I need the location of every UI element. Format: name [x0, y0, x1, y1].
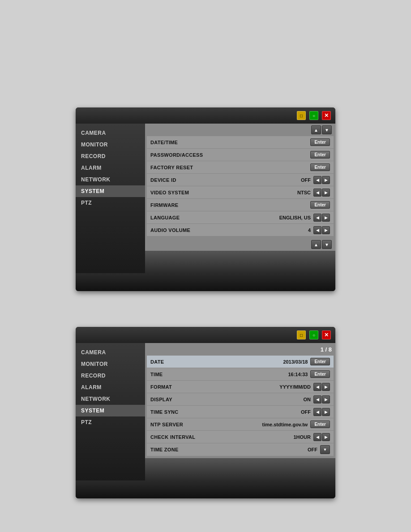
right-button[interactable]: ▶	[322, 383, 330, 391]
lr-buttons: ◀ ▶	[313, 176, 330, 184]
row-label: FORMAT	[150, 384, 279, 390]
sidebar-item-network-2[interactable]: NETWORK	[76, 393, 145, 405]
page-number: 1 / 8	[321, 346, 332, 353]
settings-table-2: DATE 2013/03/18 Enter TIME 16:14:33 Ente…	[145, 356, 335, 458]
row-value: 16:14:33	[288, 372, 308, 377]
right-button[interactable]: ▶	[322, 395, 330, 403]
table-row: AUDIO VOLUME 4 ◀ ▶	[147, 224, 334, 236]
sidebar-item-record-2[interactable]: RECORD	[76, 370, 145, 382]
nav-up-button-1[interactable]: ▲	[311, 125, 321, 134]
sidebar-item-ptz-2[interactable]: PTZ	[76, 416, 145, 428]
nav-arrows-bottom-1: ▲ ▼	[311, 240, 332, 249]
enter-button[interactable]: Enter	[310, 151, 330, 159]
row-value: OFF	[301, 177, 311, 183]
enter-button[interactable]: Enter	[310, 420, 330, 428]
enter-button[interactable]: Enter	[310, 201, 330, 209]
row-label: VIDEO SYSTEM	[150, 190, 297, 195]
row-value: 1HOUR	[293, 434, 311, 440]
table-row: PASSWORD/ACCESS Enter	[147, 149, 334, 161]
sidebar-item-system-1[interactable]: SYSTEM	[76, 185, 145, 197]
table-row: FORMAT YYYY/MM/DD ◀ ▶	[147, 381, 334, 393]
table-row: TIME ZONE OFF ▼	[147, 443, 334, 456]
enter-button[interactable]: Enter	[310, 370, 330, 378]
content-footer-nav-1: ▲ ▼	[145, 238, 335, 251]
row-value: ON	[304, 397, 311, 402]
panel-body-1: CAMERA MONITOR RECORD ALARM NETWORK SYST…	[76, 124, 335, 273]
row-label: DISPLAY	[150, 397, 304, 402]
table-row: CHECK INTERVAL 1HOUR ◀ ▶	[147, 431, 334, 443]
lr-buttons: ◀ ▶	[313, 226, 330, 234]
table-row: FACTORY RESET Enter	[147, 161, 334, 174]
table-row: DEVICE ID OFF ◀ ▶	[147, 174, 334, 186]
row-label: PASSWORD/ACCESS	[150, 152, 310, 158]
sidebar-item-monitor-2[interactable]: MONITOR	[76, 358, 145, 370]
row-label: DEVICE ID	[150, 177, 301, 183]
row-label: FACTORY RESET	[150, 165, 310, 170]
dropdown-button[interactable]: ▼	[320, 445, 330, 454]
table-row: VIDEO SYSTEM NTSC ◀ ▶	[147, 186, 334, 199]
row-value: OFF	[308, 447, 317, 452]
row-value: ENGLISH, US	[279, 215, 311, 220]
nav-up-bottom-button-1[interactable]: ▲	[311, 240, 321, 249]
content-footer-bg-2	[145, 458, 335, 481]
sidebar-item-record-1[interactable]: RECORD	[76, 150, 145, 162]
enter-button[interactable]: Enter	[310, 138, 330, 146]
lr-buttons: ◀ ▶	[313, 408, 330, 416]
right-button[interactable]: ▶	[322, 226, 330, 234]
lr-buttons: ◀ ▶	[313, 433, 330, 441]
minimize-button-1[interactable]: □	[297, 111, 306, 120]
row-label: DATE/TIME	[150, 140, 310, 145]
sidebar-item-camera-1[interactable]: CAMERA	[76, 127, 145, 139]
right-button[interactable]: ▶	[322, 408, 330, 416]
sidebar-item-monitor-1[interactable]: MONITOR	[76, 139, 145, 150]
left-button[interactable]: ◀	[313, 408, 321, 416]
panel-footer-1	[76, 273, 335, 291]
nav-down-bottom-button-1[interactable]: ▼	[322, 240, 332, 249]
row-label: NTP SERVER	[150, 422, 262, 427]
left-button[interactable]: ◀	[313, 226, 321, 234]
left-button[interactable]: ◀	[313, 176, 321, 184]
nav-down-button-1[interactable]: ▼	[322, 125, 332, 134]
right-button[interactable]: ▶	[322, 189, 330, 197]
table-row: DISPLAY ON ◀ ▶	[147, 393, 334, 406]
panel-body-2: CAMERA MONITOR RECORD ALARM NETWORK SYST…	[76, 343, 335, 481]
left-button[interactable]: ◀	[313, 214, 321, 222]
sidebar-item-alarm-1[interactable]: ALARM	[76, 162, 145, 174]
row-label: TIME ZONE	[150, 447, 308, 452]
panel-footer-2	[76, 481, 335, 498]
right-button[interactable]: ▶	[322, 176, 330, 184]
table-row: NTP SERVER time.stdtime.gov.tw Enter	[147, 418, 334, 431]
row-label: DATE	[150, 359, 283, 365]
enter-button[interactable]: Enter	[310, 358, 330, 365]
lr-buttons: ◀ ▶	[313, 214, 330, 222]
content-footer-bg-1	[145, 251, 335, 273]
minimize-button-2[interactable]: □	[297, 330, 306, 339]
maximize-button-2[interactable]: ○	[309, 330, 318, 339]
row-value: 2013/03/18	[283, 359, 308, 365]
row-value: YYYY/MM/DD	[279, 384, 311, 390]
right-button[interactable]: ▶	[322, 214, 330, 222]
sidebar-item-ptz-1[interactable]: PTZ	[76, 197, 145, 209]
left-button[interactable]: ◀	[313, 189, 321, 197]
sidebar-item-network-1[interactable]: NETWORK	[76, 174, 145, 185]
row-label: TIME	[150, 372, 288, 377]
left-button[interactable]: ◀	[313, 383, 321, 391]
sidebar-item-camera-2[interactable]: CAMERA	[76, 347, 145, 358]
row-label: AUDIO VOLUME	[150, 227, 308, 233]
right-button[interactable]: ▶	[322, 433, 330, 441]
table-row: TIME SYNC OFF ◀ ▶	[147, 406, 334, 418]
sidebar-item-alarm-2[interactable]: ALARM	[76, 382, 145, 393]
left-button[interactable]: ◀	[313, 433, 321, 441]
close-button-2[interactable]: ✕	[322, 330, 331, 339]
title-bar-2: □ ○ ✕	[76, 327, 335, 343]
left-button[interactable]: ◀	[313, 395, 321, 403]
row-value: 4	[308, 227, 311, 233]
sidebar-item-system-2[interactable]: SYSTEM	[76, 405, 145, 416]
nav-arrows-1: ▲ ▼	[311, 125, 332, 134]
maximize-button-1[interactable]: ○	[309, 111, 318, 120]
close-button-1[interactable]: ✕	[322, 111, 331, 120]
enter-button[interactable]: Enter	[310, 163, 330, 171]
row-label: TIME SYNC	[150, 409, 301, 415]
row-label: CHECK INTERVAL	[150, 434, 293, 440]
content-area-2: 1 / 8 DATE 2013/03/18 Enter TIME 16:14:3…	[145, 343, 335, 481]
